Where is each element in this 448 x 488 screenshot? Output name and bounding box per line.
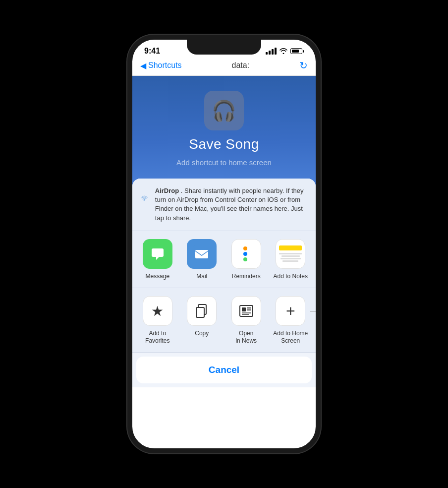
airdrop-title: AirDrop	[155, 187, 179, 194]
signal-icon	[266, 48, 277, 55]
app-icon: 🎧	[204, 91, 244, 130]
news-label: Openin News	[235, 330, 257, 344]
app-subtitle: Add shortcut to home screen	[176, 158, 272, 167]
url-bar[interactable]: data:	[182, 61, 299, 70]
wifi-icon	[280, 48, 287, 54]
news-icon	[231, 296, 261, 326]
reload-button[interactable]: ↻	[299, 60, 308, 71]
back-button[interactable]: ◀ Shortcuts	[140, 61, 182, 70]
connector-line	[310, 311, 316, 311]
notes-icon	[276, 239, 305, 269]
share-sheet: AirDrop . Share instantly with people ne…	[132, 179, 316, 387]
action-add-to-favorites[interactable]: ★ Add to Favorites	[138, 296, 177, 344]
share-reminders[interactable]: Reminders	[226, 239, 266, 280]
share-mail[interactable]: Mail	[182, 239, 222, 280]
add-to-home-icon: +	[276, 296, 305, 326]
nav-bar: ◀ Shortcuts data: ↻	[132, 58, 316, 76]
favorites-label: Add to Favorites	[138, 330, 177, 344]
cancel-button[interactable]: Cancel	[136, 357, 312, 383]
status-icons	[266, 48, 304, 55]
mail-icon	[187, 239, 217, 269]
messages-label: Message	[145, 273, 169, 280]
copy-label: Copy	[195, 330, 209, 337]
svg-rect-5	[196, 307, 204, 317]
actions-row: ★ Add to Favorites Copy	[132, 288, 316, 353]
reminders-label: Reminders	[232, 273, 261, 280]
status-time: 9:41	[144, 47, 160, 56]
svg-rect-7	[242, 307, 246, 311]
phone-frame: 9:41 ◀ Shortcuts	[127, 35, 321, 453]
action-copy[interactable]: Copy	[182, 296, 222, 344]
messages-icon	[143, 239, 172, 269]
svg-point-0	[144, 199, 145, 201]
airdrop-section[interactable]: AirDrop . Share instantly with people ne…	[132, 179, 316, 231]
airdrop-text: AirDrop . Share instantly with people ne…	[155, 186, 308, 223]
share-add-to-notes[interactable]: Add to Notes	[271, 239, 310, 280]
battery-icon	[290, 48, 304, 54]
share-message[interactable]: Message	[138, 239, 177, 280]
app-header: 🎧 Save Song Add shortcut to home screen	[132, 76, 316, 186]
action-add-to-home-screen[interactable]: + Add to Home Screen	[271, 296, 310, 344]
svg-rect-3	[195, 250, 208, 258]
airdrop-icon	[140, 186, 148, 211]
action-open-in-news[interactable]: Openin News	[226, 296, 266, 344]
back-arrow-icon: ◀	[140, 61, 146, 70]
add-home-label: Add to Home Screen	[271, 330, 310, 344]
add-to-notes-label: Add to Notes	[274, 273, 308, 280]
favorites-icon: ★	[143, 296, 172, 326]
mail-label: Mail	[196, 273, 207, 280]
share-apps-row: Message Mail	[132, 231, 316, 288]
reminders-icon	[231, 239, 261, 269]
headphones-icon: 🎧	[212, 101, 236, 121]
app-title: Save Song	[189, 136, 259, 152]
notch	[187, 40, 261, 55]
copy-icon	[187, 296, 217, 326]
back-label: Shortcuts	[148, 61, 182, 70]
